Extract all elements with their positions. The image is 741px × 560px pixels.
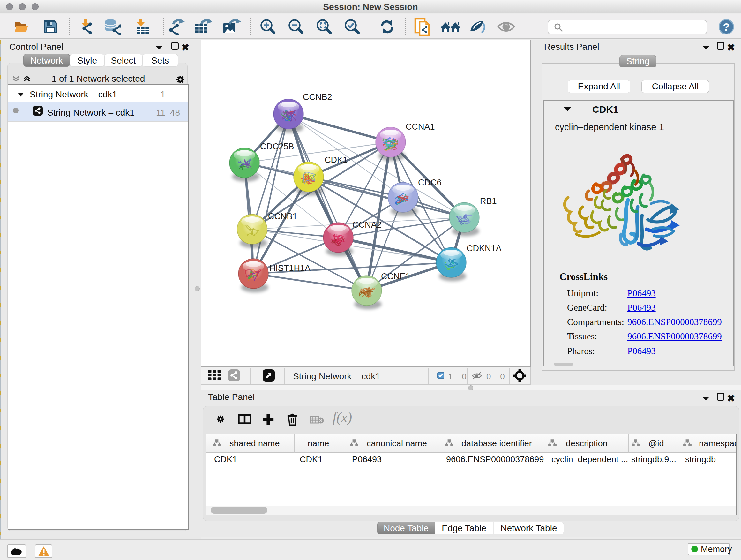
svg-text:CCNB2: CCNB2 xyxy=(303,92,332,102)
svg-text:CDKN1A: CDKN1A xyxy=(467,244,502,253)
svg-text:CCNA1: CCNA1 xyxy=(406,122,435,132)
svg-text:HIST1H1A: HIST1H1A xyxy=(269,263,311,273)
svg-text:CDC25B: CDC25B xyxy=(260,142,294,151)
svg-text:CDK1: CDK1 xyxy=(325,155,347,165)
svg-text:CDC6: CDC6 xyxy=(418,178,442,187)
svg-text:CCNE1: CCNE1 xyxy=(381,272,410,281)
svg-text:CCNA2: CCNA2 xyxy=(352,220,382,230)
svg-text:CCNB1: CCNB1 xyxy=(268,212,297,221)
svg-text:RB1: RB1 xyxy=(480,196,497,206)
